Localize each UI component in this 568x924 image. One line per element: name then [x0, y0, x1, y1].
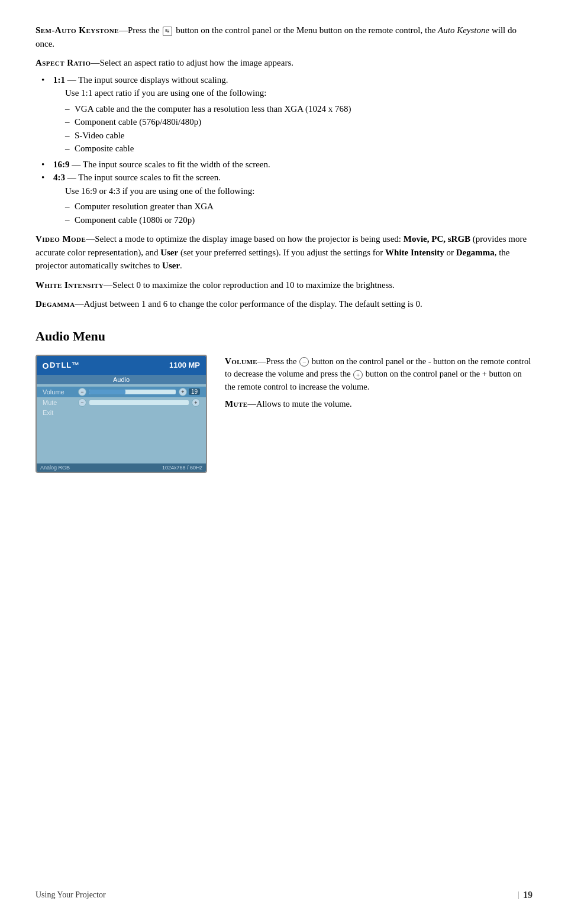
mute-plus-btn: + [192, 398, 200, 407]
aspect-ratio-term-line: Aspect Ratio—Select an aspect ratio to a… [36, 56, 532, 70]
plus-btn: + [179, 388, 187, 396]
white-intensity-section: White Intensity—Select 0 to maximize the… [36, 278, 532, 292]
video-mode-white-intensity: White Intensity [385, 248, 444, 257]
keystone-icon: ↹ [163, 27, 172, 36]
degamma-paragraph: Degamma—Adjust between 1 and 6 to change… [36, 297, 532, 311]
video-mode-section: Video Mode—Select a mode to optimize the… [36, 232, 532, 273]
white-intensity-paragraph: White Intensity—Select 0 to maximize the… [36, 278, 532, 292]
use-169-note: Use 16:9 or 4:3 if you are using one of … [65, 184, 532, 198]
footer-resolution: 1024x768 / 60Hz [162, 465, 202, 471]
mute-term: Mute [225, 399, 248, 408]
sem-auto-keystone-section: Sem-Auto Keystone—Press the ↹ button on … [36, 24, 532, 50]
audio-description: Volume—Press the − button on the control… [225, 355, 532, 473]
aspect-ratio-section: Aspect Ratio—Select an aspect ratio to a… [36, 56, 532, 226]
list-item: Computer resolution greater than XGA [65, 200, 532, 213]
list-item: 1:1 — The input source displays without … [47, 73, 532, 155]
volume-term: Volume [225, 356, 257, 366]
minus-btn: − [78, 388, 86, 396]
aspect-ratio-term: Aspect Ratio [36, 58, 91, 67]
mute-body: Allows to mute the volume. [256, 399, 352, 408]
white-intensity-term: White Intensity [36, 280, 104, 290]
projector-screen: D‌ᴛLL™ 1100 MP Audio Volume − + 19 [36, 355, 207, 473]
page-footer: Using Your Projector | 19 [36, 890, 532, 900]
list-item: 4:3 — The input source scales to fit the… [47, 171, 532, 226]
mute-slider [89, 400, 189, 405]
list-item: Component cable (1080i or 720p) [65, 213, 532, 227]
list-item: S-Video cable [65, 129, 532, 142]
em-dash-1: — [119, 25, 128, 35]
list-item: 16:9 — The input source scales to fit th… [47, 158, 532, 171]
sub-list-169: Computer resolution greater than XGA Com… [65, 200, 532, 226]
screen-sub-header: Audio [37, 375, 206, 384]
exit-row: Exit [37, 408, 206, 417]
screen-footer: Analog RGB 1024x768 / 60Hz [37, 463, 206, 472]
mute-controls: − + [78, 398, 200, 407]
mute-paragraph: Mute—Allows to mute the volume. [225, 397, 532, 411]
sem-auto-keystone-line: Sem-Auto Keystone—Press the ↹ button on … [36, 24, 532, 50]
video-mode-degamma: Degamma [456, 248, 495, 257]
dell-circle-icon [43, 363, 49, 369]
aspect-ratio-list: 1:1 — The input source displays without … [47, 73, 532, 227]
use-11-note: Use 1:1 apect ratio if you are using one… [65, 86, 532, 100]
slider-track [89, 390, 176, 394]
list-item: Component cable (576p/480i/480p) [65, 115, 532, 129]
sub-list-11: VGA cable and the the computer has a res… [65, 102, 532, 155]
audio-menu-heading: Audio Menu [36, 329, 532, 344]
screen-body: Volume − + 19 Mute − + [37, 384, 206, 463]
video-mode-modes: Movie, PC, sRGB [404, 234, 470, 244]
volume-controls: − + 19 [78, 388, 200, 396]
degamma-section: Degamma—Adjust between 1 and 6 to change… [36, 297, 532, 311]
plus-icon: + [353, 370, 363, 380]
volume-row: Volume − + 19 [37, 387, 206, 397]
audio-menu-heading-container: Audio Menu [36, 329, 532, 344]
list-item: Composite cable [65, 142, 532, 155]
list-item: VGA cable and the the computer has a res… [65, 102, 532, 116]
degamma-term: Degamma [36, 299, 75, 309]
dell-logo: D‌ᴛLL™ [43, 361, 80, 369]
video-mode-term: Video Mode [36, 234, 86, 244]
mute-row: Mute − + [37, 397, 206, 408]
video-mode-paragraph: Video Mode—Select a mode to optimize the… [36, 232, 532, 273]
model-text: 1100 MP [169, 361, 200, 369]
screen-header: D‌ᴛLL™ 1100 MP [37, 356, 206, 375]
volume-paragraph: Volume—Press the − button on the control… [225, 355, 532, 394]
exit-label: Exit [43, 409, 78, 416]
video-mode-user2: User [162, 261, 180, 270]
slider-fill [89, 390, 125, 394]
video-mode-user: User [160, 248, 178, 257]
minus-icon: − [299, 357, 309, 367]
sem-auto-keystone-term: Sem-Auto Keystone [36, 25, 119, 35]
mute-minus-btn: − [78, 398, 86, 407]
volume-label: Volume [43, 388, 78, 395]
footer-right: | 19 [518, 890, 532, 900]
aspect-ratio-body: Select an aspect ratio to adjust how the… [100, 58, 293, 67]
footer-pipe: | [518, 890, 519, 900]
mute-label: Mute [43, 399, 78, 406]
volume-value: 19 [189, 388, 200, 395]
footer-source: Analog RGB [40, 465, 70, 471]
footer-left-text: Using Your Projector [36, 890, 106, 900]
page-number: 19 [523, 890, 532, 900]
audio-menu-content: D‌ᴛLL™ 1100 MP Audio Volume − + 19 [36, 355, 532, 473]
